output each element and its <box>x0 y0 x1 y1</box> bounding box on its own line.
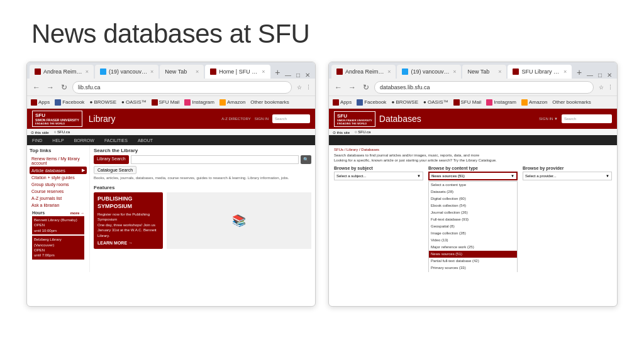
left-tab-1[interactable]: Andrea Reime... × <box>30 65 94 79</box>
dropdown-item-0[interactable]: Select a content type <box>429 182 517 189</box>
db-this-side-row: ⊙ this site ○ SFU.ca <box>329 129 617 135</box>
catalogue-search-button[interactable]: Catalogue Search <box>94 166 136 174</box>
browse-provider-select[interactable]: Select a provider... ▼ <box>523 172 612 180</box>
right-reload-button[interactable]: ↻ <box>360 83 372 92</box>
bookmark-star[interactable]: ☆ <box>297 84 302 90</box>
left-tab-2-close[interactable]: × <box>150 69 153 75</box>
az-directory: A-Z DIRECTORY <box>221 117 250 121</box>
dropdown-item-6[interactable]: Geospatial (8) <box>429 223 517 230</box>
bookmark-oasis-label: ● OASIS™ <box>121 99 147 105</box>
right-tab-1-close[interactable]: × <box>387 69 391 75</box>
close-button[interactable]: ✕ <box>305 72 310 79</box>
nav-help[interactable]: HELP <box>52 138 64 143</box>
search-go-button[interactable]: 🔍 <box>301 155 311 164</box>
new-tab-button[interactable]: + <box>272 66 284 79</box>
right-tab-3[interactable]: New Tab × <box>462 65 506 79</box>
dropdown-item-13[interactable]: Statistical sources (6) <box>429 272 517 272</box>
bookmark-instagram[interactable]: Instagram <box>184 99 214 106</box>
nav-about[interactable]: ABOUT <box>138 138 153 143</box>
right-new-tab-button[interactable]: + <box>573 66 586 79</box>
right-bookmark-facebook[interactable]: Facebook <box>357 99 386 106</box>
minimize-button[interactable]: — <box>285 72 291 79</box>
sidebar-course-reserves[interactable]: Course reserves <box>30 188 87 195</box>
left-tab-4[interactable]: Home | SFU Li... × <box>205 65 270 79</box>
bookmark-sfumail[interactable]: SFU Mail <box>152 99 180 106</box>
dropdown-item-3[interactable]: Ebook collection (54) <box>429 202 517 209</box>
right-tab-4[interactable]: SFU Library D... × <box>508 65 572 79</box>
sign-in[interactable]: SIGN IN <box>255 117 269 121</box>
right-bookmark-sfumail[interactable]: SFU Mail <box>453 99 482 106</box>
left-tab-3[interactable]: New Tab × <box>160 65 204 79</box>
right-bookmark-instagram[interactable]: Instagram <box>486 99 516 106</box>
dropdown-item-10[interactable]: News sources (51) <box>429 251 517 258</box>
sidebar-ask-librarian[interactable]: Ask a librarian <box>30 202 87 209</box>
dropdown-item-11[interactable]: Partial full-text database (42) <box>429 258 517 265</box>
dropdown-item-12[interactable]: Primary sources (33) <box>429 265 517 272</box>
bookmark-facebook[interactable]: Facebook <box>55 99 84 106</box>
nav-find[interactable]: FIND <box>32 138 42 143</box>
nav-borrow[interactable]: BORROW <box>74 138 94 143</box>
right-bookmark-star[interactable]: ☆ <box>599 84 604 90</box>
dropdown-item-2[interactable]: Digital collection (60) <box>429 195 517 202</box>
hours-more-link[interactable]: more → <box>70 211 84 215</box>
right-bookmark-amazon[interactable]: Amazon <box>521 99 547 106</box>
dropdown-item-1[interactable]: Datasets (28) <box>429 189 517 195</box>
dropdown-item-8[interactable]: Video (13) <box>429 237 517 244</box>
right-tab-4-close[interactable]: × <box>564 69 567 75</box>
left-tab-4-close[interactable]: × <box>262 69 265 75</box>
sidebar-citation[interactable]: Citation + style guides <box>30 174 87 181</box>
bookmark-amazon[interactable]: Amazon <box>219 99 245 106</box>
right-tab-2-close[interactable]: × <box>453 69 456 75</box>
sidebar-article-databases[interactable]: Article databases ▶ <box>30 167 87 174</box>
right-settings-icon[interactable]: ⋮ <box>608 84 613 90</box>
right-close-button[interactable]: ✕ <box>607 72 612 79</box>
right-bookmark-browse[interactable]: ● BROWSE <box>391 99 418 105</box>
db-search-box[interactable]: Search <box>562 114 612 123</box>
back-button[interactable]: ← <box>31 83 42 92</box>
right-maximize-button[interactable]: □ <box>598 72 602 79</box>
learn-more-link[interactable]: LEARN MORE → <box>97 240 159 246</box>
dropdown-item-9[interactable]: Major reference work (25) <box>429 244 517 251</box>
db-sfu-ca-radio[interactable]: ○ SFU.ca <box>355 130 370 134</box>
db-this-side-radio[interactable]: ⊙ this site <box>333 130 350 134</box>
left-tab-1-close[interactable]: × <box>86 69 89 75</box>
bookmark-apps[interactable]: Apps <box>31 99 50 106</box>
db-search-placeholder: Search <box>564 117 576 121</box>
reload-button[interactable]: ↻ <box>58 83 70 92</box>
library-search-tab[interactable]: Library Search <box>94 155 129 164</box>
right-back-button[interactable]: ← <box>333 83 344 92</box>
this-side-radio[interactable]: ⊙ this side <box>31 130 49 134</box>
search-input[interactable] <box>131 155 299 164</box>
maximize-button[interactable]: □ <box>296 72 300 79</box>
dropdown-item-7[interactable]: Image collection (28) <box>429 230 517 237</box>
right-address-input[interactable]: databases.lib.sfu.ca <box>374 81 594 94</box>
right-tab-3-close[interactable]: × <box>498 69 501 75</box>
right-bookmark-apps[interactable]: Apps <box>333 99 352 106</box>
right-bookmark-other[interactable]: Other bookmarks <box>552 99 591 105</box>
right-bookmark-oasis[interactable]: ● OASIS™ <box>423 99 448 105</box>
bookmark-other[interactable]: Other bookmarks <box>250 99 289 105</box>
settings-icon[interactable]: ⋮ <box>306 84 311 90</box>
sidebar-renew[interactable]: Renew items / My library account <box>30 155 87 167</box>
forward-button[interactable]: → <box>45 83 56 92</box>
sidebar-group-study[interactable]: Group study rooms <box>30 181 87 188</box>
dropdown-item-5[interactable]: Full-text database (93) <box>429 216 517 223</box>
bookmark-oasis[interactable]: ● OASIS™ <box>121 99 147 105</box>
left-address-input[interactable]: lib.sfu.ca <box>72 81 292 94</box>
left-tab-3-close[interactable]: × <box>196 69 199 75</box>
sidebar-az-journals[interactable]: A-Z journals list <box>30 195 87 202</box>
left-tab-2[interactable]: (19) vancouve... × <box>95 65 158 79</box>
page-title: News databases at SFU <box>0 0 644 62</box>
dropdown-item-4[interactable]: Journal collection (26) <box>429 209 517 216</box>
sfu-ca-radio[interactable]: ○ SFU.ca <box>54 130 70 134</box>
right-minimize-button[interactable]: — <box>587 72 593 79</box>
browse-subject-select[interactable]: Select a subject... ▼ <box>334 172 423 180</box>
right-forward-button[interactable]: → <box>347 83 358 92</box>
right-tab-2[interactable]: (19) vancouve... × <box>397 65 461 79</box>
nav-facilities[interactable]: FACILITIES <box>104 138 128 143</box>
right-tab-1[interactable]: Andrea Reime... × <box>331 65 396 79</box>
db-sign-in[interactable]: SIGN IN ▼ <box>539 117 558 121</box>
bookmark-browse[interactable]: ● BROWSE <box>89 99 116 105</box>
browse-content-select[interactable]: News sources (51) ▼ <box>428 172 518 180</box>
sfu-search-box[interactable]: Search <box>272 114 310 123</box>
